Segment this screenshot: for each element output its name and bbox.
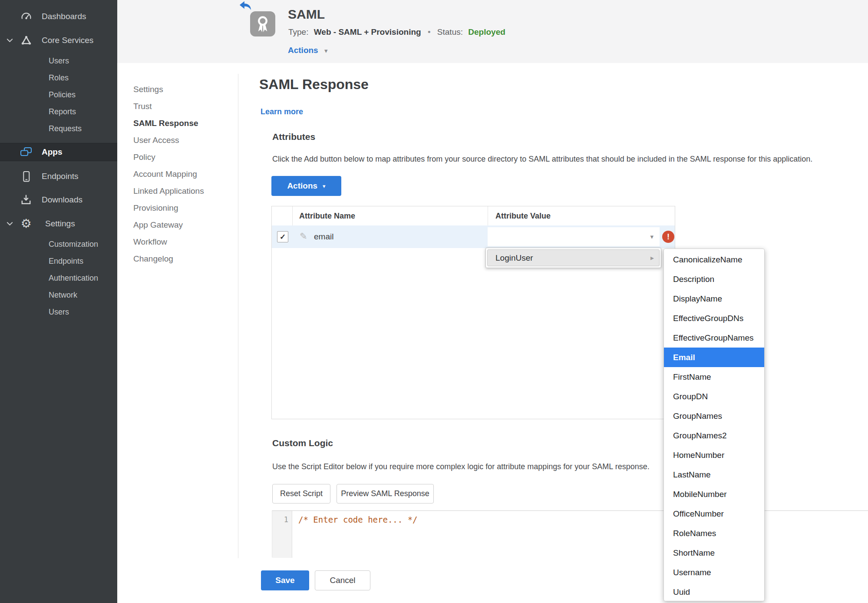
menu-option-firstname[interactable]: FirstName	[664, 367, 764, 387]
menu-option-mobilenumber[interactable]: MobileNumber	[664, 484, 764, 504]
column-separator	[292, 206, 293, 225]
sidebar-subitem-label: Requests	[49, 124, 82, 133]
menu-option-lastname[interactable]: LastName	[664, 465, 764, 484]
script-editor: 1 /* Enter code here... */	[272, 510, 868, 557]
sidebar-subitem-label: Policies	[49, 90, 76, 99]
menu-option-officenumber[interactable]: OfficeNumber	[664, 504, 764, 523]
menu-option-groupnames2[interactable]: GroupNames2	[664, 426, 764, 445]
chevron-down-icon	[5, 36, 14, 45]
sidebar-item-customization[interactable]: Customization	[0, 236, 117, 252]
learn-more-link[interactable]: Learn more	[261, 107, 303, 116]
attributes-description: Click the Add button below to map attrib…	[272, 155, 845, 164]
edit-pencil-icon[interactable]: ✎	[300, 231, 307, 242]
code-input[interactable]: /* Enter code here... */	[298, 515, 866, 556]
separator-dot: •	[428, 27, 431, 36]
attributes-actions-button[interactable]: Actions ▾	[271, 176, 341, 196]
sidebar-subitem-label: Users	[49, 56, 69, 66]
sidebar-item-apps[interactable]: Apps	[0, 143, 117, 161]
row-checkbox[interactable]: ✓	[277, 231, 288, 242]
tab-linked-applications[interactable]: Linked Applications	[133, 182, 229, 199]
sidebar-item-settings-users[interactable]: Users	[0, 304, 117, 320]
sidebar-subitem-label: Reports	[49, 107, 76, 116]
sidebar-item-roles[interactable]: Roles	[0, 70, 117, 86]
apps-icon	[19, 145, 33, 159]
sidebar-item-policies[interactable]: Policies	[0, 86, 117, 103]
menu-option-canonicalizename[interactable]: CanonicalizeName	[664, 250, 764, 269]
caret-down-icon: ▾	[324, 47, 328, 55]
menu-option-effectivegroupdns[interactable]: EffectiveGroupDNs	[664, 308, 764, 328]
table-row[interactable]: ✓ ✎ email ▾ !	[272, 225, 675, 248]
sidebar-item-settings[interactable]: ⚙ Settings	[0, 214, 117, 233]
menu-option-email[interactable]: Email	[664, 348, 764, 367]
sidebar-subitem-label: Authentication	[49, 274, 98, 283]
menu-option-groupnames[interactable]: GroupNames	[664, 406, 764, 426]
actions-button-label: Actions	[287, 181, 317, 191]
menu-option-effectivegroupnames[interactable]: EffectiveGroupNames	[664, 328, 764, 348]
attributes-table-header: Attribute Name Attribute Value	[272, 206, 675, 225]
sidebar-item-requests[interactable]: Requests	[0, 120, 117, 137]
preview-saml-response-button[interactable]: Preview SAML Response	[337, 484, 434, 504]
sidebar-item-downloads[interactable]: Downloads	[0, 190, 117, 209]
type-value: Web - SAML + Provisioning	[314, 27, 421, 36]
menu-option-description[interactable]: Description	[664, 269, 764, 289]
menu-option-uuid[interactable]: Uuid	[664, 582, 764, 601]
value-dropdown-panel: LoginUser ▸	[485, 248, 661, 268]
sidebar-subitem-label: Network	[49, 291, 77, 300]
sidebar-item-core-services[interactable]: Core Services	[0, 31, 117, 50]
mobile-device-icon	[19, 169, 33, 183]
menu-option-username[interactable]: Username	[664, 563, 764, 582]
download-icon	[19, 193, 33, 207]
tab-workflow[interactable]: Workflow	[133, 233, 229, 250]
tab-user-access[interactable]: User Access	[133, 132, 229, 149]
sidebar-item-users[interactable]: Users	[0, 53, 117, 69]
content-divider	[238, 74, 238, 558]
sidebar-item-network[interactable]: Network	[0, 287, 117, 303]
sidebar-item-label: Apps	[42, 147, 63, 157]
page-title: SAML Response	[259, 76, 369, 93]
caret-down-icon: ▾	[650, 227, 653, 246]
back-arrow-icon[interactable]	[239, 1, 251, 10]
check-icon: ✓	[280, 232, 286, 242]
value-submenu-panel: CanonicalizeName Description DisplayName…	[663, 248, 765, 601]
tab-provisioning[interactable]: Provisioning	[133, 199, 229, 216]
app-meta-line: Type: Web - SAML + Provisioning • Status…	[288, 27, 505, 37]
menu-option-rolenames[interactable]: RoleNames	[664, 523, 764, 543]
caret-down-icon: ▾	[323, 183, 326, 189]
attribute-value-select[interactable]: ▾	[488, 227, 660, 246]
attributes-heading: Attributes	[272, 132, 315, 142]
tab-trust[interactable]: Trust	[133, 98, 229, 115]
tab-saml-response[interactable]: SAML Response	[133, 115, 229, 132]
header-actions-menu[interactable]: Actions ▾	[288, 46, 328, 55]
sidebar-item-settings-endpoints[interactable]: Endpoints	[0, 253, 117, 269]
menu-option-shortname[interactable]: ShortName	[664, 543, 764, 563]
reset-script-button[interactable]: Reset Script	[272, 484, 330, 504]
error-mark: !	[667, 232, 670, 242]
tab-account-mapping[interactable]: Account Mapping	[133, 166, 229, 182]
tab-changelog[interactable]: Changelog	[133, 250, 229, 267]
tab-app-gateway[interactable]: App Gateway	[133, 216, 229, 233]
menu-item-loginuser[interactable]: LoginUser ▸	[487, 249, 660, 266]
tab-policy[interactable]: Policy	[133, 149, 229, 166]
menu-option-homenumber[interactable]: HomeNumber	[664, 445, 764, 465]
sidebar-item-label: Endpoints	[42, 172, 79, 181]
sidebar-item-label: Core Services	[42, 36, 93, 45]
column-header-attribute-value: Attribute Value	[495, 206, 551, 225]
sidebar-item-endpoints[interactable]: Endpoints	[0, 167, 117, 186]
save-button[interactable]: Save	[261, 570, 309, 590]
sidebar-item-reports[interactable]: Reports	[0, 103, 117, 120]
sidebar-item-dashboards[interactable]: Dashboards	[0, 7, 117, 26]
menu-option-displayname[interactable]: DisplayName	[664, 289, 764, 308]
caret-right-icon: ▸	[650, 250, 654, 266]
menu-option-groupdn[interactable]: GroupDN	[664, 387, 764, 406]
cancel-button[interactable]: Cancel	[315, 570, 370, 590]
tab-settings[interactable]: Settings	[133, 81, 229, 98]
app-header: SAML Type: Web - SAML + Provisioning • S…	[117, 0, 868, 63]
editor-gutter: 1	[272, 511, 292, 558]
sidebar-item-label: Dashboards	[42, 12, 86, 21]
menu-item-label: LoginUser	[495, 250, 533, 266]
status-label: Status:	[437, 27, 463, 36]
sidebar-item-authentication[interactable]: Authentication	[0, 270, 117, 286]
custom-logic-heading: Custom Logic	[272, 438, 333, 448]
chevron-down-icon	[5, 219, 14, 228]
attributes-table: Attribute Name Attribute Value ✓ ✎ email…	[271, 206, 675, 419]
